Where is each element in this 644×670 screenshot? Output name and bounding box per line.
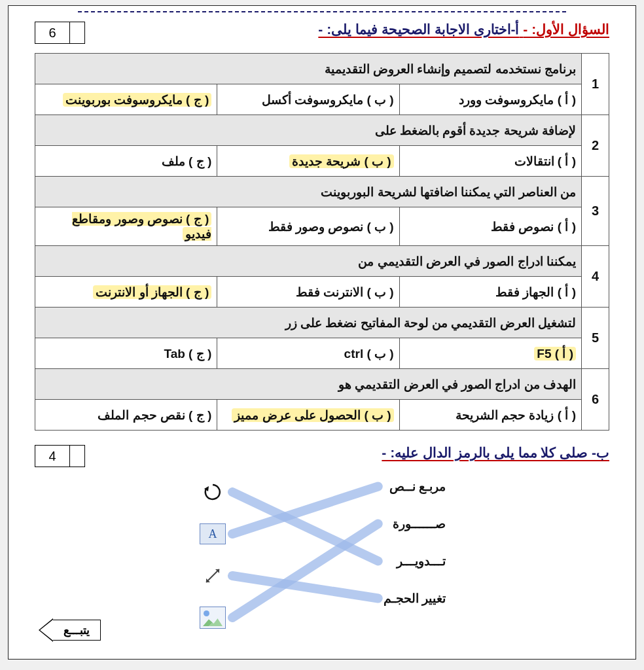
mcq-option: ( ب ) الحصول على عرض مميز xyxy=(217,400,399,431)
mcq-question: الهدف من ادراج الصور في العرض التقديمي ه… xyxy=(35,369,582,400)
match-connection-lines xyxy=(35,479,609,636)
matching-area: مربـع نــصصــــــورةتـــدويـــرتغيير الح… xyxy=(35,479,609,636)
mcq-question: يمكننا ادراج الصور في العرض التقديمي من xyxy=(35,246,582,277)
mcq-question: برنامج نستخدمه لتصميم وإنشاء العروض التق… xyxy=(35,54,582,84)
mcq-option: ( أ ) الجهاز فقط xyxy=(399,277,581,308)
match-labels: مربـع نــصصــــــورةتـــدويـــرتغيير الح… xyxy=(384,479,446,606)
section-a-heading: السؤال الأول: - أ-اختارى الاجابة الصحيحة… xyxy=(318,22,609,37)
section-b-heading: ب- صلى كلا مما يلى بالرمز الدال عليه: - xyxy=(382,445,609,461)
match-label: صــــــورة xyxy=(384,516,446,531)
svg-line-7 xyxy=(232,576,378,599)
resize-icon xyxy=(198,563,227,589)
mcq-number: 6 xyxy=(582,369,609,431)
mcq-question: لتشغيل العرض التقديمي من لوحة المفاتيح ن… xyxy=(35,308,582,338)
section-b-title: ب- صلى كلا مما يلى بالرمز الدال عليه: - xyxy=(382,445,609,460)
image-icon xyxy=(198,605,227,631)
mcq-table: 1برنامج نستخدمه لتصميم وإنشاء العروض الت… xyxy=(35,53,609,431)
svg-line-4 xyxy=(232,487,378,535)
score-a-blank xyxy=(70,22,84,43)
mcq-option: ( أ ) F5 xyxy=(399,338,581,369)
mcq-number: 5 xyxy=(582,308,609,369)
mcq-option: ( ج ) نقص حجم الملف xyxy=(35,400,217,431)
score-box-a: 6 xyxy=(35,22,85,44)
mcq-option: ( ج ) ملف xyxy=(35,146,217,177)
arrow-left-icon xyxy=(39,618,53,642)
svg-line-5 xyxy=(232,524,378,618)
top-rule xyxy=(78,11,566,12)
rotate-icon xyxy=(198,479,227,505)
mcq-option: ( ب ) نصوص وصور فقط xyxy=(217,207,399,246)
mcq-option: ( ج ) Tab xyxy=(35,338,217,369)
mcq-option: ( ب ) ctrl xyxy=(217,338,399,369)
mcq-option: ( أ ) انتقالات xyxy=(399,146,581,177)
score-box-b: 4 xyxy=(35,445,85,467)
mcq-number: 3 xyxy=(582,177,609,246)
score-a-value: 6 xyxy=(35,22,70,43)
mcq-number: 1 xyxy=(582,54,609,115)
mcq-number: 4 xyxy=(582,246,609,308)
section-a-title: أ-اختارى الاجابة الصحيحة فيما يلى: - xyxy=(318,22,519,37)
score-b-value: 4 xyxy=(35,446,70,467)
mcq-option: ( أ ) زيادة حجم الشريحة xyxy=(399,400,581,431)
mcq-option: ( ب ) شريحة جديدة xyxy=(217,146,399,177)
match-label: تغيير الحجـم xyxy=(384,591,446,606)
match-label: مربـع نــص xyxy=(384,479,446,494)
mcq-option: ( ب ) مايكروسوفت أكسل xyxy=(217,84,399,115)
match-icons: A xyxy=(198,479,227,631)
mcq-option: ( ج ) مايكروسوفت بوربوينت xyxy=(35,84,217,115)
mcq-number: 2 xyxy=(582,115,609,177)
mcq-option: ( ج ) نصوص وصور ومقاطع فيديو xyxy=(35,207,217,246)
mcq-question: من العناصر التي يمكننا اضافتها لشريحة ال… xyxy=(35,177,582,207)
worksheet-page: السؤال الأول: - أ-اختارى الاجابة الصحيحة… xyxy=(8,5,636,660)
mcq-option: ( ج ) الجهاز أو الانترنت xyxy=(35,277,217,308)
match-label: تـــدويـــر xyxy=(384,554,446,569)
score-b-blank xyxy=(70,446,84,467)
svg-line-6 xyxy=(232,492,378,561)
mcq-option: ( ب ) الانترنت فقط xyxy=(217,277,399,308)
continue-indicator: يتبـــع xyxy=(39,618,101,642)
mcq-option: ( أ ) نصوص فقط xyxy=(399,207,581,246)
textbox-icon: A xyxy=(198,521,227,547)
section-b-heading-row: ب- صلى كلا مما يلى بالرمز الدال عليه: - … xyxy=(35,445,609,467)
question-lead: السؤال الأول: - xyxy=(523,22,609,37)
mcq-question: لإضافة شريحة جديدة أقوم بالضغط على xyxy=(35,115,582,146)
continue-label: يتبـــع xyxy=(53,620,101,641)
mcq-option: ( أ ) مايكروسوفت وورد xyxy=(399,84,581,115)
section-a-heading-row: السؤال الأول: - أ-اختارى الاجابة الصحيحة… xyxy=(35,22,609,44)
